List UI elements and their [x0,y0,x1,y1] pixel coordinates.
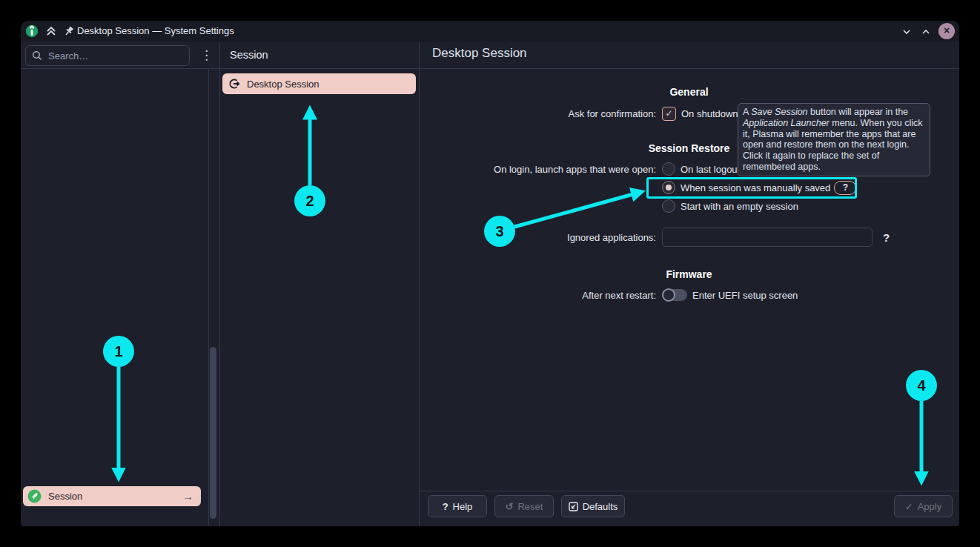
apply-check-icon: ✓ [905,501,913,512]
window-title: Desktop Session — System Settings [77,25,234,36]
empty-session-label[interactable]: Start with an empty session [681,201,798,212]
nav-item-label: Desktop Session [247,79,320,90]
search-box[interactable] [25,45,190,66]
annotation-badge-2: 2 [294,185,325,216]
app-icon [25,24,39,38]
defaults-icon [569,502,578,511]
annotation-highlight-box [646,177,857,199]
keep-above-icon[interactable] [44,24,58,38]
section-heading-firmware: Firmware [419,268,959,280]
maximize-icon[interactable] [919,25,933,39]
reset-button[interactable]: ↺ Reset [494,495,554,517]
logout-icon [228,78,240,90]
sidebar-scrollbar[interactable] [210,347,216,519]
minimize-icon[interactable] [900,25,913,39]
search-icon [32,50,42,61]
pin-icon[interactable] [62,24,76,38]
ignored-apps-input[interactable] [662,228,873,247]
on-shutdown-label[interactable]: On shutdown, [681,108,741,119]
save-session-tooltip: A Save Session button will appear in the… [738,103,930,176]
section-heading-general: General [419,86,959,98]
ignored-apps-label: Ignored applications: [419,232,662,243]
overflow-menu-icon[interactable]: ⋮ [200,47,211,63]
page-title: Desktop Session [432,46,527,61]
help-icon: ? [443,501,448,512]
firmware-label: After next restart: [419,290,662,301]
restore-option-row-3: Start with an empty session [419,196,959,216]
reset-icon: ↺ [506,501,514,512]
uefi-toggle-label[interactable]: Enter UEFI setup screen [692,290,798,301]
toggle-knob [662,288,675,302]
annotation-badge-1: 1 [103,336,134,367]
search-input[interactable] [47,50,176,62]
titlebar[interactable]: Desktop Session — System Settings × [21,21,959,42]
system-settings-window: Desktop Session — System Settings × ⋮ Se… [21,21,959,526]
on-last-logout-radio[interactable] [662,162,675,176]
rocket-icon [27,489,42,503]
on-shutdown-checkbox[interactable]: ✓ [662,107,676,121]
arrow-right-icon: → [182,490,193,503]
annotation-badge-3: 3 [484,216,515,247]
apply-button[interactable]: ✓ Apply [894,495,953,517]
nav-column-header: Session [230,49,268,61]
help-button[interactable]: ? Help [428,495,487,517]
restore-label: On login, launch apps that were open: [419,164,662,175]
firmware-row: After next restart: Enter UEFI setup scr… [419,285,959,305]
sidebar-item-session[interactable]: Session → [23,486,201,506]
nav-item-desktop-session[interactable]: Desktop Session [222,73,416,94]
empty-session-radio[interactable] [662,199,675,213]
close-icon[interactable]: × [938,23,955,39]
confirmation-label: Ask for confirmation: [419,108,662,119]
sidebar-item-label: Session [48,491,82,502]
help-question-icon[interactable]: ? [883,231,890,244]
annotation-badge-4: 4 [906,370,937,401]
uefi-toggle[interactable] [662,289,687,301]
defaults-button[interactable]: Defaults [561,495,625,517]
on-last-logout-label[interactable]: On last logout [681,164,740,175]
